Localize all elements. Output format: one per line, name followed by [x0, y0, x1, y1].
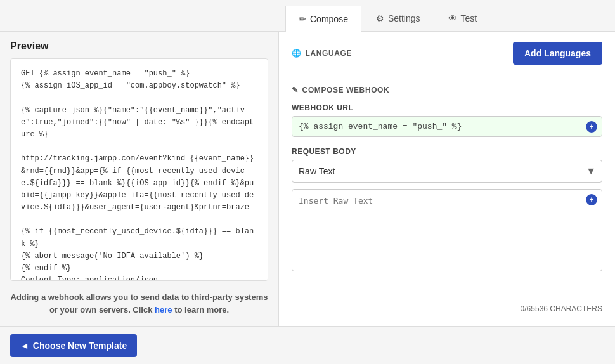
webhook-url-label: WEBHOOK URL — [292, 103, 602, 112]
top-nav: ✏ Compose ⚙ Settings 👁 Test — [0, 0, 615, 32]
pencil-icon: ✏ — [299, 14, 306, 24]
raw-text-container: + — [292, 189, 602, 302]
right-panel: 🌐 LANGUAGE Add Languages ✎ COMPOSE WEBHO… — [279, 32, 615, 326]
compose-webhook-section: ✎ COMPOSE WEBHOOK WEBHOOK URL + REQUEST … — [279, 75, 615, 326]
bottom-bar: ◄ Choose New Template — [0, 326, 615, 364]
tab-compose[interactable]: ✏ Compose — [285, 6, 361, 32]
preview-info: Adding a webhook allows you to send data… — [0, 281, 278, 326]
left-panel: Preview GET {% assign event_name = "push… — [0, 32, 279, 326]
eye-icon: 👁 — [448, 13, 457, 23]
add-languages-button[interactable]: Add Languages — [513, 42, 602, 65]
tab-test[interactable]: 👁 Test — [435, 5, 491, 31]
language-section: 🌐 LANGUAGE Add Languages — [279, 32, 615, 75]
body-type-select-container: Raw Text JSON Key/Value Pairs Form Data … — [292, 160, 602, 183]
compose-webhook-label: ✎ COMPOSE WEBHOOK — [292, 86, 602, 94]
globe-icon: 🌐 — [292, 49, 302, 58]
raw-text-input[interactable] — [292, 189, 602, 271]
preview-title: Preview — [0, 32, 278, 58]
language-section-header: 🌐 LANGUAGE Add Languages — [292, 42, 602, 65]
webhook-url-icon[interactable]: + — [586, 121, 597, 133]
choose-template-button[interactable]: ◄ Choose New Template — [10, 334, 137, 357]
webhook-url-input[interactable] — [292, 116, 602, 137]
info-text-bold: Adding a webhook allows you to send data… — [11, 292, 268, 315]
code-preview: GET {% assign event_name = "push_" %} {%… — [10, 58, 268, 281]
gear-icon: ⚙ — [376, 13, 384, 23]
tab-settings[interactable]: ⚙ Settings — [363, 5, 434, 31]
request-body-label: REQUEST BODY — [292, 147, 602, 156]
edit-icon: ✎ — [292, 86, 299, 94]
arrow-left-icon: ◄ — [20, 341, 29, 351]
language-label: 🌐 LANGUAGE — [292, 49, 352, 58]
learn-more-link[interactable]: here — [155, 305, 172, 315]
raw-text-add-icon[interactable]: + — [586, 194, 597, 205]
main-content: Preview GET {% assign event_name = "push… — [0, 32, 615, 326]
char-count: 0/65536 CHARACTERS — [292, 302, 602, 316]
webhook-url-container: + — [292, 116, 602, 137]
body-type-select[interactable]: Raw Text JSON Key/Value Pairs Form Data — [292, 160, 602, 183]
